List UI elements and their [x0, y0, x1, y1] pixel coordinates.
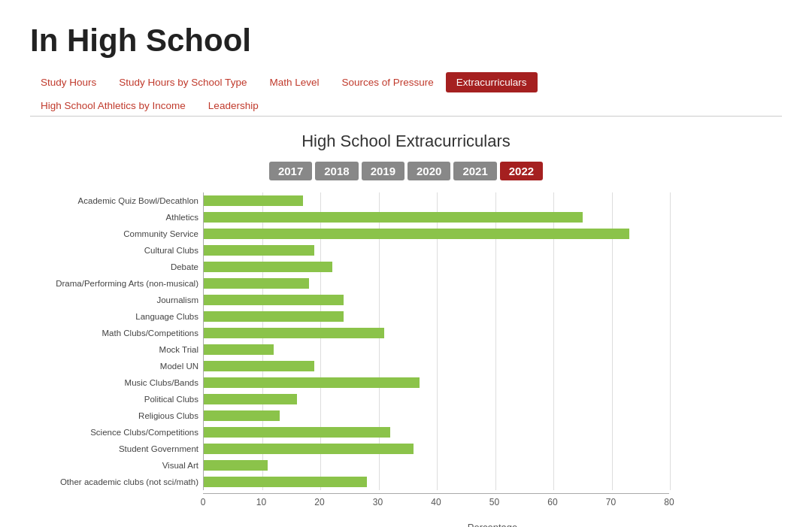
bar — [204, 245, 314, 256]
y-label: Political Clubs — [144, 391, 198, 407]
x-tick: 30 — [373, 497, 383, 507]
bar-row — [204, 325, 782, 341]
y-label: Science Clubs/Competitions — [90, 424, 198, 441]
bar-row — [204, 341, 782, 358]
nav-tab-study-hours[interactable]: Study Hours — [30, 72, 107, 92]
bar-row — [204, 441, 782, 457]
x-axis-label: Percentage — [203, 522, 782, 527]
page-title: In High School — [30, 23, 782, 59]
bar — [204, 444, 414, 454]
y-label: Religious Clubs — [138, 407, 198, 424]
bar-row — [204, 209, 782, 226]
nav-tab-study-hours-by-school-type[interactable]: Study Hours by School Type — [108, 72, 257, 92]
bar — [204, 477, 367, 487]
year-legend: 201720182019202020212022 — [30, 162, 782, 180]
y-label: Athletics — [166, 209, 198, 226]
bar — [204, 427, 390, 438]
nav-tab-extracurriculars[interactable]: Extracurriculars — [446, 72, 538, 92]
bar — [204, 394, 297, 404]
y-label: Math Clubs/Competitions — [102, 325, 198, 341]
nav-row-2: High School Athletics by IncomeLeadershi… — [30, 95, 782, 116]
y-label: Student Government — [119, 441, 198, 457]
x-axis: 01020304050607080 — [203, 493, 669, 508]
x-tick: 10 — [256, 497, 266, 507]
bar-row — [204, 424, 782, 441]
bar — [204, 278, 309, 289]
bars-area — [203, 192, 782, 490]
nav-tab-math-level[interactable]: Math Level — [259, 72, 329, 92]
x-tick: 60 — [547, 497, 557, 507]
year-pill-2018[interactable]: 2018 — [315, 162, 358, 180]
year-pill-2021[interactable]: 2021 — [453, 162, 496, 180]
x-tick: 80 — [664, 497, 674, 507]
chart-inner: Academic Quiz Bowl/DecathlonAthleticsCom… — [45, 192, 782, 490]
x-tick: 50 — [489, 497, 499, 507]
bar-row — [204, 374, 782, 391]
bar — [204, 195, 303, 206]
bar — [204, 460, 268, 471]
y-axis-labels: Academic Quiz Bowl/DecathlonAthleticsCom… — [45, 192, 203, 490]
chart-section: High School Extracurriculars 20172018201… — [30, 132, 782, 527]
bar-row — [204, 391, 782, 407]
bar-row — [204, 308, 782, 325]
bar-row — [204, 474, 782, 490]
y-label: Journalism — [156, 292, 198, 308]
y-label: Community Service — [123, 226, 198, 242]
bar-row — [204, 358, 782, 374]
y-label: Cultural Clubs — [144, 242, 198, 259]
y-label: Language Clubs — [135, 308, 198, 325]
bar-row — [204, 457, 782, 474]
bar — [204, 344, 274, 355]
bar-row — [204, 259, 782, 275]
bar — [204, 361, 314, 371]
nav-tab-leadership[interactable]: Leadership — [198, 95, 269, 116]
bar-row — [204, 275, 782, 292]
y-label: Debate — [171, 259, 198, 275]
year-pill-2022[interactable]: 2022 — [500, 162, 543, 180]
bar-row — [204, 407, 782, 424]
chart-title: High School Extracurriculars — [30, 132, 782, 151]
y-label: Mock Trial — [159, 341, 198, 358]
bar-row — [204, 242, 782, 259]
year-pill-2017[interactable]: 2017 — [269, 162, 312, 180]
x-tick: 40 — [431, 497, 441, 507]
x-tick: 70 — [606, 497, 616, 507]
y-label: Other academic clubs (not sci/math) — [60, 474, 198, 490]
y-label: Music Clubs/Bands — [125, 374, 198, 391]
x-tick: 20 — [314, 497, 324, 507]
y-label: Academic Quiz Bowl/Decathlon — [78, 192, 198, 209]
bar-row — [204, 192, 782, 209]
bar — [204, 262, 332, 272]
bar — [204, 377, 420, 388]
y-label: Model UN — [160, 358, 198, 374]
year-pill-2020[interactable]: 2020 — [408, 162, 450, 180]
bar — [204, 295, 344, 305]
nav-tab-high-school-athletics-by-income[interactable]: High School Athletics by Income — [30, 95, 196, 116]
year-pill-2019[interactable]: 2019 — [362, 162, 404, 180]
bar-row — [204, 292, 782, 308]
bar-row — [204, 226, 782, 242]
y-label: Visual Art — [162, 457, 198, 474]
x-tick: 0 — [201, 497, 206, 507]
bar — [204, 410, 280, 421]
y-label: Drama/Performing Arts (non-musical) — [56, 275, 198, 292]
bar — [204, 311, 344, 322]
bar — [204, 212, 583, 223]
bar — [204, 328, 384, 338]
chart-container: Academic Quiz Bowl/DecathlonAthleticsCom… — [45, 192, 782, 527]
nav-row-1: Study HoursStudy Hours by School TypeMat… — [30, 72, 782, 92]
nav-tab-sources-of-pressure[interactable]: Sources of Pressure — [331, 72, 444, 92]
bar — [204, 229, 629, 239]
